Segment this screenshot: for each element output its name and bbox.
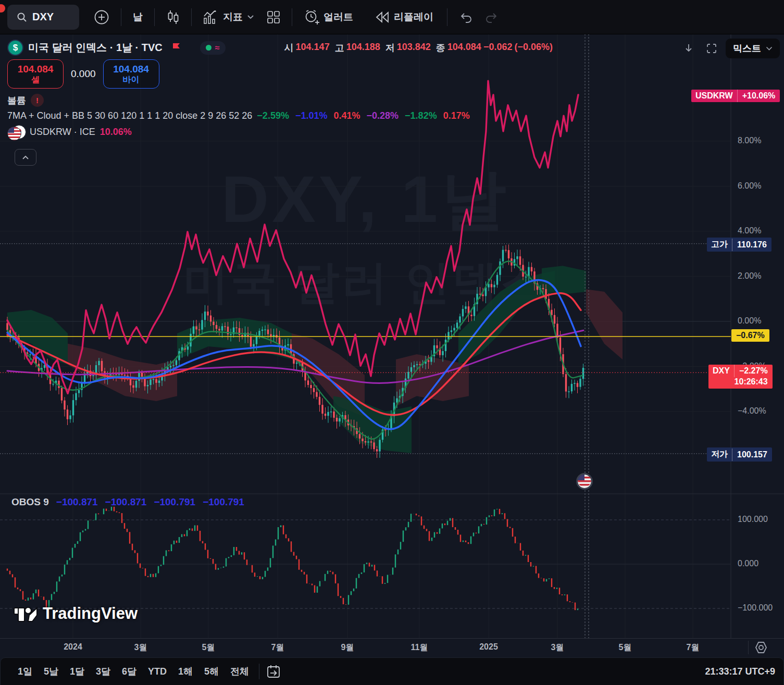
indicators-label: 지표 bbox=[223, 10, 243, 24]
flag-icon[interactable] bbox=[171, 42, 182, 54]
download-button[interactable] bbox=[680, 40, 698, 57]
open-label: 시 bbox=[284, 42, 294, 54]
ma-value: −1.01% bbox=[295, 110, 328, 121]
volume-row[interactable]: 볼륨 ! bbox=[7, 94, 470, 107]
toolbar-divider bbox=[154, 8, 155, 26]
obos-tick: 100.000 bbox=[738, 515, 768, 524]
time-tick: 5월 bbox=[202, 642, 215, 653]
redo-button[interactable] bbox=[479, 5, 505, 30]
ma-cloud-row[interactable]: 7MA + Cloud + BB 5 30 60 120 1 1 1 20 cl… bbox=[7, 110, 470, 121]
dxy-badge-symbol: DXY bbox=[708, 365, 734, 377]
range-ytd[interactable]: YTD bbox=[142, 666, 172, 677]
symbol-title[interactable]: 미국 달러 인덱스 · 1날 · TVC bbox=[28, 41, 163, 55]
time-tick: 3월 bbox=[134, 642, 147, 653]
time-tick: 2024 bbox=[64, 642, 82, 652]
grid-icon bbox=[267, 10, 280, 24]
ma-value: 0.17% bbox=[443, 110, 470, 121]
price-tick: 0.00% bbox=[738, 316, 761, 326]
high-badge-value: 110.176 bbox=[732, 239, 771, 251]
range-5y[interactable]: 5해 bbox=[198, 665, 225, 678]
time-tick: 9월 bbox=[341, 642, 354, 653]
scale-mode-dropdown[interactable]: 믹스트 bbox=[726, 39, 780, 58]
layout-templates-button[interactable] bbox=[260, 5, 287, 30]
candlestick-icon bbox=[166, 10, 180, 24]
redo-icon bbox=[485, 11, 499, 23]
low-badge-value: 100.157 bbox=[732, 449, 772, 461]
yellow-badge-value: −0.67% bbox=[731, 329, 769, 342]
compare-add-button[interactable] bbox=[88, 5, 116, 30]
interval-label: 날 bbox=[133, 10, 143, 24]
time-scale[interactable]: 20243월5월7월9월11월20253월5월7월 bbox=[0, 638, 784, 656]
range-all[interactable]: 전체 bbox=[225, 665, 255, 678]
dxy-price-badge: DXY −2.27% 10:26:43 bbox=[708, 365, 773, 389]
alert-clock-icon bbox=[304, 9, 319, 25]
market-status-pill[interactable]: ≈ bbox=[200, 41, 226, 55]
tradingview-logo-text: TradingView bbox=[43, 604, 138, 623]
goto-date-button[interactable] bbox=[267, 665, 281, 678]
chevron-down-icon bbox=[766, 46, 773, 51]
dxy-badge-countdown: 10:26:43 bbox=[708, 377, 773, 389]
yellow-level-badge: −0.67% bbox=[731, 329, 769, 342]
volume-label: 볼륨 bbox=[7, 94, 26, 107]
buy-button[interactable]: 104.084 바이 bbox=[103, 59, 159, 89]
range-6m[interactable]: 6달 bbox=[116, 665, 142, 678]
warning-icon[interactable]: ! bbox=[31, 94, 44, 107]
usdkrw-badge-value: +10.06% bbox=[737, 90, 780, 102]
replay-button[interactable]: 리플레이 bbox=[369, 5, 440, 30]
range-1d[interactable]: 1일 bbox=[12, 665, 38, 678]
high-value: 104.188 bbox=[346, 42, 380, 54]
trade-panel: 104.084 셀 0.000 104.084 바이 bbox=[7, 59, 159, 89]
sell-button[interactable]: 104.084 셀 bbox=[7, 59, 64, 89]
range-1m[interactable]: 1달 bbox=[64, 665, 90, 678]
chevron-up-icon bbox=[22, 155, 29, 160]
ma-value: −2.59% bbox=[257, 110, 289, 121]
chart-legend: $ 미국 달러 인덱스 · 1날 · TVC ≈ 시104.147 고104.1… bbox=[7, 40, 553, 56]
interval-button[interactable]: 날 bbox=[127, 5, 149, 30]
close-value: 104.084 bbox=[447, 42, 481, 54]
ma-value: 0.41% bbox=[333, 110, 360, 121]
chart-controls: 믹스트 bbox=[680, 39, 780, 58]
high-badge-label: 고가 bbox=[707, 238, 732, 252]
obos-tick: −100.000 bbox=[738, 603, 773, 613]
clock-timezone[interactable]: 21:33:17 UTC+9 bbox=[705, 666, 775, 677]
usdkrw-flags-icon bbox=[7, 125, 25, 139]
price-tick: 4.00% bbox=[738, 226, 761, 235]
alert-button[interactable]: 얼러트 bbox=[297, 5, 359, 30]
ohlc-values: 시104.147 고104.188 저103.842 종104.084 −0.0… bbox=[284, 42, 553, 54]
collapse-legend-button[interactable] bbox=[15, 149, 36, 166]
open-value: 104.147 bbox=[296, 42, 330, 54]
obos-indicator-row[interactable]: OBOS 9 −100.871 −100.871 −100.791 −100.7… bbox=[11, 496, 244, 508]
buy-label: 바이 bbox=[123, 75, 140, 84]
time-axis-divider bbox=[748, 641, 749, 654]
time-tick: 5월 bbox=[619, 642, 632, 653]
scale-mode-label: 믹스트 bbox=[733, 42, 761, 55]
indicators-button[interactable]: 지표 bbox=[197, 5, 260, 30]
obos-name: OBOS bbox=[11, 496, 41, 507]
obos-value: −100.871 bbox=[105, 496, 147, 508]
tradingview-logo[interactable]: TradingView bbox=[14, 604, 138, 623]
scale-settings-button[interactable] bbox=[754, 641, 768, 656]
symbol-search[interactable]: DXY bbox=[7, 5, 79, 30]
search-icon bbox=[17, 12, 27, 22]
range-3m[interactable]: 3달 bbox=[90, 665, 116, 678]
calendar-goto-icon bbox=[267, 665, 281, 678]
indicators-icon bbox=[203, 10, 219, 24]
price-tick: 8.00% bbox=[738, 136, 761, 145]
tradingview-app: DXY, 1날 미국 달러 인덱스 DXY 날 지표 bbox=[0, 0, 784, 685]
range-5d[interactable]: 5날 bbox=[38, 665, 64, 678]
tradingview-mark-icon bbox=[14, 605, 38, 622]
obos-tick: 0.000 bbox=[738, 559, 758, 568]
download-icon bbox=[683, 43, 694, 54]
chart-style-button[interactable] bbox=[160, 5, 186, 30]
undo-button[interactable] bbox=[453, 5, 479, 30]
price-tick: −4.00% bbox=[738, 406, 766, 416]
fullscreen-button[interactable] bbox=[703, 40, 720, 57]
fullscreen-icon bbox=[706, 43, 717, 54]
spread-value: 0.000 bbox=[71, 68, 96, 80]
range-1y[interactable]: 1해 bbox=[172, 665, 198, 678]
compare-symbol-value: 10.06% bbox=[100, 127, 132, 138]
compare-symbol-row[interactable]: USDKRW · ICE 10.06% bbox=[7, 125, 470, 139]
price-scale[interactable]: 8.00%6.00%4.00%2.00%0.00%−2.00%−4.00%100… bbox=[731, 34, 784, 655]
approx-icon: ≈ bbox=[215, 43, 220, 53]
toolbar-divider bbox=[292, 8, 292, 26]
